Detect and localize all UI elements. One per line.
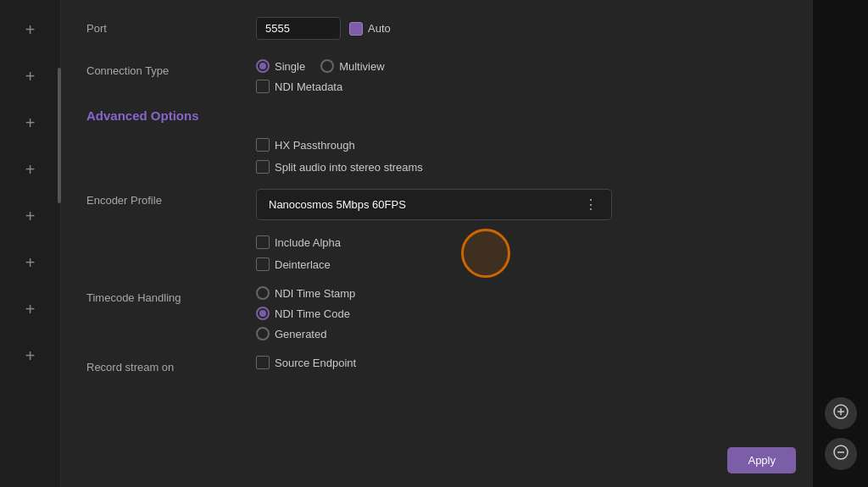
radio-generated[interactable]: Generated xyxy=(256,327,355,340)
timecode-handling-label: Timecode Handling xyxy=(86,286,256,304)
record-stream-row: Record stream on Source Endpoint xyxy=(86,356,787,383)
radio-generated-circle xyxy=(256,327,270,340)
radio-multiview-circle xyxy=(320,59,334,73)
radio-ndi-time-code[interactable]: NDI Time Code xyxy=(256,307,355,320)
port-row: Port Auto xyxy=(86,17,787,44)
plus-icon-7: + xyxy=(25,300,36,319)
advanced-checkboxes-row: HX Passthrough Split audio into stereo s… xyxy=(256,138,787,174)
sidebar-item-6[interactable]: + xyxy=(0,240,60,286)
include-alpha-item[interactable]: Include Alpha xyxy=(256,235,341,249)
zoom-in-button[interactable] xyxy=(825,397,857,429)
encoder-profile-row: Encoder Profile Nanocosmos 5Mbps 60FPS ⋮ xyxy=(86,189,787,220)
zoom-out-icon xyxy=(832,444,849,465)
radio-multiview-label: Multiview xyxy=(339,60,384,73)
include-alpha-checkbox[interactable] xyxy=(256,235,270,249)
connection-type-controls: Single Multiview NDI Metadata xyxy=(256,59,787,93)
radio-ndi-time-stamp-label: NDI Time Stamp xyxy=(275,287,355,300)
hx-passthrough-label: HX Passthrough xyxy=(275,139,355,152)
alpha-deinterlace-row: Include Alpha Deinterlace xyxy=(256,235,787,271)
encoder-profile-label: Encoder Profile xyxy=(86,189,256,207)
sidebar-item-7[interactable]: + xyxy=(0,286,60,333)
port-input[interactable] xyxy=(256,17,341,40)
auto-checkbox-wrapper[interactable]: Auto xyxy=(349,22,391,36)
split-audio-checkbox[interactable] xyxy=(256,160,270,174)
plus-icon-4: + xyxy=(25,160,36,180)
deinterlace-label: Deinterlace xyxy=(275,258,331,271)
radio-ndi-time-stamp-circle xyxy=(256,286,270,300)
radio-ndi-time-code-label: NDI Time Code xyxy=(275,307,350,320)
radio-generated-label: Generated xyxy=(275,328,326,340)
radio-ndi-time-stamp[interactable]: NDI Time Stamp xyxy=(256,286,355,300)
connection-type-row: Connection Type Single Multiview NDI Met… xyxy=(86,59,787,93)
port-label: Port xyxy=(86,17,256,35)
plus-icon-3: + xyxy=(25,113,36,133)
connection-type-radio-group: Single Multiview xyxy=(256,59,385,73)
plus-icon-8: + xyxy=(25,346,36,366)
encoder-profile-value: Nanocosmos 5Mbps 60FPS xyxy=(269,198,406,211)
radio-single-label: Single xyxy=(275,60,305,73)
source-endpoint-item[interactable]: Source Endpoint xyxy=(256,356,356,369)
hx-passthrough-item[interactable]: HX Passthrough xyxy=(256,138,355,152)
deinterlace-item[interactable]: Deinterlace xyxy=(256,257,331,271)
include-alpha-label: Include Alpha xyxy=(275,236,341,249)
encoder-profile-controls: Nanocosmos 5Mbps 60FPS ⋮ xyxy=(256,189,787,220)
radio-single-circle xyxy=(256,59,270,73)
main-content: Port Auto Connection Type Single Multivi… xyxy=(61,0,813,487)
sidebar: + + + + + + + + xyxy=(0,0,61,487)
plus-icon-2: + xyxy=(25,67,36,86)
plus-icon-1: + xyxy=(25,20,36,40)
encoder-profile-dropdown[interactable]: Nanocosmos 5Mbps 60FPS ⋮ xyxy=(256,189,612,220)
apply-button[interactable]: Apply xyxy=(727,447,796,473)
timecode-radio-stack: NDI Time Stamp NDI Time Code Generated xyxy=(256,286,355,340)
ndi-metadata-label: NDI Metadata xyxy=(275,80,342,93)
sidebar-item-4[interactable]: + xyxy=(0,147,60,193)
plus-icon-5: + xyxy=(25,207,36,226)
sidebar-item-3[interactable]: + xyxy=(0,100,60,147)
radio-multiview[interactable]: Multiview xyxy=(320,59,384,73)
record-stream-label: Record stream on xyxy=(86,356,256,374)
sidebar-item-2[interactable]: + xyxy=(0,53,60,100)
zoom-out-button[interactable] xyxy=(825,438,857,470)
advanced-options-title: Advanced Options xyxy=(86,108,787,123)
split-audio-item[interactable]: Split audio into stereo streams xyxy=(256,160,423,174)
auto-checkbox[interactable] xyxy=(349,22,363,36)
radio-single[interactable]: Single xyxy=(256,59,305,73)
hx-passthrough-checkbox[interactable] xyxy=(256,138,270,152)
ndi-metadata-checkbox[interactable] xyxy=(256,80,270,93)
sidebar-item-5[interactable]: + xyxy=(0,193,60,240)
connection-type-label: Connection Type xyxy=(86,59,256,77)
radio-ndi-time-code-circle xyxy=(256,307,270,320)
sidebar-item-8[interactable]: + xyxy=(0,333,60,379)
encoder-profile-dots-icon[interactable]: ⋮ xyxy=(584,196,599,213)
timecode-handling-row: Timecode Handling NDI Time Stamp NDI Tim… xyxy=(86,286,787,340)
auto-label: Auto xyxy=(368,22,391,35)
source-endpoint-label: Source Endpoint xyxy=(275,357,356,369)
plus-icon-6: + xyxy=(25,253,36,273)
timecode-handling-controls: NDI Time Stamp NDI Time Code Generated xyxy=(256,286,787,340)
split-audio-label: Split audio into stereo streams xyxy=(275,161,423,174)
record-stream-controls: Source Endpoint xyxy=(256,356,787,369)
right-panel xyxy=(813,0,868,487)
ndi-metadata-checkbox-item[interactable]: NDI Metadata xyxy=(256,80,342,93)
port-controls: Auto xyxy=(256,17,787,40)
source-endpoint-checkbox[interactable] xyxy=(256,356,270,369)
zoom-in-icon xyxy=(832,403,849,424)
deinterlace-checkbox[interactable] xyxy=(256,257,270,271)
sidebar-item-1[interactable]: + xyxy=(0,7,60,53)
